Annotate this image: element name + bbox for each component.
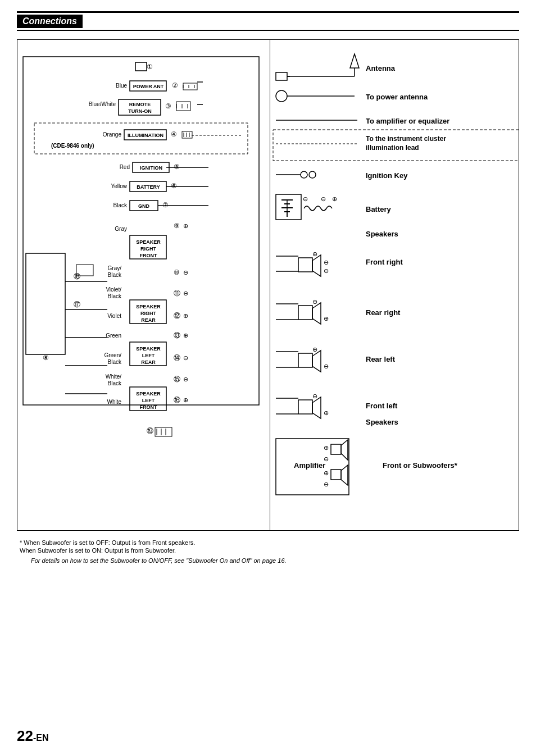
svg-text:SPEAKER: SPEAKER [136, 391, 161, 397]
svg-text:Green: Green [106, 333, 121, 339]
svg-text:⊖: ⊖ [324, 363, 329, 370]
svg-text:(CDE-9846 only): (CDE-9846 only) [51, 143, 94, 149]
speakers-label: Speakers [366, 230, 398, 238]
svg-text:SPEAKER: SPEAKER [136, 346, 161, 352]
svg-text:RIGHT: RIGHT [140, 311, 157, 316]
svg-text:⑧: ⑧ [43, 354, 49, 362]
svg-rect-140 [298, 306, 312, 320]
svg-marker-160 [341, 440, 348, 460]
amplifier-equalizer-label: To amplifier or equalizer [366, 117, 449, 125]
svg-text:GND: GND [138, 203, 150, 209]
svg-text:⊖: ⊖ [303, 195, 308, 202]
svg-text:⑩: ⑩ [174, 268, 180, 276]
svg-text:④: ④ [171, 130, 177, 138]
svg-text:TURN-ON: TURN-ON [128, 108, 152, 114]
svg-text:IGNITION: IGNITION [140, 165, 162, 171]
svg-text:SPEAKER: SPEAKER [136, 304, 161, 309]
rear-right-label: Rear right [366, 308, 401, 317]
svg-text:⑦: ⑦ [162, 201, 169, 209]
svg-text:Black: Black [108, 272, 122, 278]
svg-text:LEFT: LEFT [142, 398, 155, 403]
svg-point-113 [276, 90, 287, 102]
svg-text:Green/: Green/ [104, 352, 121, 358]
svg-marker-107 [350, 54, 359, 68]
front-subwoofers-label: Front or Subwoofers* [383, 461, 458, 470]
svg-marker-153 [312, 397, 321, 418]
battery-label: Battery [366, 205, 392, 213]
svg-rect-110 [276, 72, 287, 80]
svg-text:Violet/: Violet/ [106, 286, 121, 293]
svg-text:⑱: ⑱ [74, 272, 80, 280]
left-panel: ① Blue POWER ANT ② Blue/White REMOTE TUR… [17, 40, 270, 530]
svg-rect-152 [298, 400, 312, 414]
svg-text:⊖: ⊖ [183, 354, 188, 361]
svg-text:⊕: ⊕ [183, 332, 188, 339]
svg-text:Blue: Blue [116, 83, 127, 89]
front-left-label: Front left [366, 402, 398, 410]
svg-text:Blue/White: Blue/White [89, 101, 116, 107]
svg-text:Gray/: Gray/ [108, 265, 122, 271]
page-number-value: 22 [17, 727, 33, 744]
svg-text:Black: Black [108, 380, 122, 386]
svg-text:⊕: ⊕ [183, 222, 188, 229]
svg-text:⊖: ⊖ [183, 376, 188, 382]
svg-text:⊖: ⊖ [324, 267, 329, 274]
svg-text:⑤: ⑤ [174, 163, 180, 171]
svg-text:⊖: ⊖ [324, 259, 329, 266]
svg-text:LEFT: LEFT [142, 353, 155, 358]
svg-text:⊖: ⊖ [183, 269, 188, 276]
svg-text:⊖: ⊖ [312, 393, 317, 399]
svg-text:⊖: ⊖ [183, 290, 188, 297]
svg-text:REAR: REAR [141, 359, 156, 365]
svg-text:⑬: ⑬ [174, 331, 180, 339]
svg-text:⊕: ⊕ [332, 195, 337, 202]
svg-point-120 [309, 171, 316, 178]
right-panel: Antenna To power antenna To amplifier or… [270, 40, 519, 530]
amplifier-label: Amplifier [294, 461, 325, 470]
svg-text:⑨: ⑨ [174, 222, 180, 230]
svg-text:REMOTE: REMOTE [129, 102, 151, 107]
svg-text:⑲: ⑲ [147, 427, 153, 435]
svg-marker-164 [341, 465, 348, 485]
svg-text:POWER ANT: POWER ANT [133, 84, 164, 89]
svg-text:FRONT: FRONT [140, 253, 157, 258]
svg-rect-159 [331, 444, 341, 454]
svg-text:①: ① [147, 63, 153, 71]
svg-text:illumination lead: illumination lead [366, 144, 419, 152]
svg-text:White/: White/ [106, 374, 122, 380]
svg-point-119 [301, 171, 307, 178]
svg-text:SPEAKER: SPEAKER [136, 239, 161, 245]
diagram-wrapper: ① Blue POWER ANT ② Blue/White REMOTE TUR… [17, 39, 519, 531]
front-right-label: Front right [366, 258, 403, 266]
right-wiring-svg: Antenna To power antenna To amplifier or… [270, 40, 519, 530]
svg-text:BATTERY: BATTERY [137, 184, 160, 190]
svg-text:Gray: Gray [115, 226, 127, 232]
svg-text:To the instrument cluster: To the instrument cluster [366, 135, 446, 143]
svg-text:⊕: ⊕ [312, 251, 317, 257]
svg-text:⑭: ⑭ [174, 354, 180, 362]
svg-rect-16 [176, 102, 190, 111]
svg-text:⑪: ⑪ [174, 289, 180, 297]
footnote-2: When Subwoofer is set to ON: Output is f… [20, 547, 519, 554]
svg-text:Violet: Violet [107, 313, 121, 319]
svg-marker-134 [312, 255, 321, 276]
svg-text:⑫: ⑫ [174, 312, 180, 320]
svg-marker-147 [312, 350, 321, 372]
svg-text:⊖: ⊖ [321, 195, 326, 202]
svg-text:⊕: ⊕ [324, 409, 329, 416]
svg-text:⑮: ⑮ [174, 375, 180, 383]
footnotes-section: * When Subwoofer is set to OFF: Output i… [17, 539, 519, 564]
svg-text:⊖: ⊖ [324, 456, 329, 462]
page-suffix: -EN [33, 733, 49, 743]
svg-text:②: ② [172, 81, 178, 89]
svg-text:⊕: ⊕ [324, 315, 329, 322]
antenna-label: Antenna [366, 64, 396, 72]
svg-rect-163 [331, 470, 341, 480]
svg-text:FRONT: FRONT [140, 404, 157, 410]
ignition-key-label: Ignition Key [366, 171, 408, 180]
svg-text:REAR: REAR [141, 317, 156, 323]
svg-text:⊕: ⊕ [183, 312, 188, 319]
svg-rect-92 [155, 427, 172, 436]
svg-text:⊕: ⊕ [312, 346, 317, 353]
svg-rect-1 [135, 62, 147, 71]
